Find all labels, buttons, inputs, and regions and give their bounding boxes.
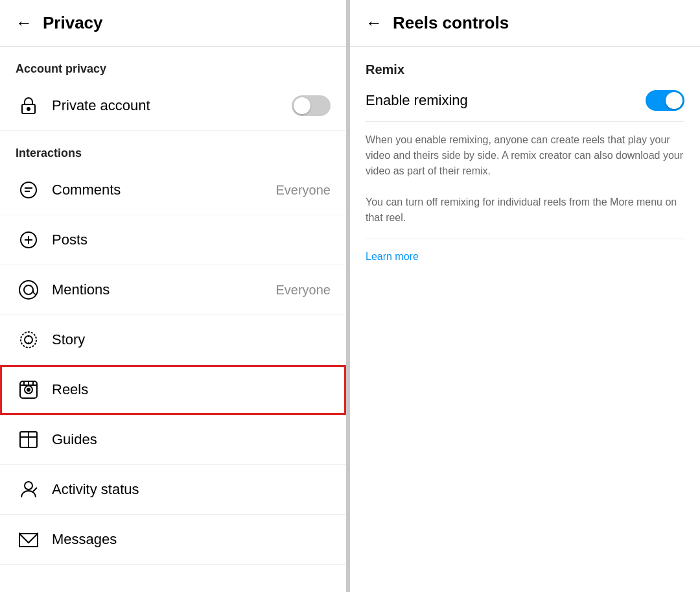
messages-label: Messages (52, 531, 331, 548)
remix-desc-1: When you enable remixing, anyone can cre… (366, 132, 684, 187)
mentions-label: Mentions (52, 281, 276, 298)
mentions-value: Everyone (276, 283, 331, 298)
svg-point-8 (21, 332, 36, 348)
svg-point-2 (21, 182, 36, 198)
activity-status-item[interactable]: Activity status (0, 465, 346, 515)
left-header: ← Privacy (0, 0, 346, 47)
back-button-right[interactable]: ← (366, 13, 382, 33)
mentions-icon (16, 277, 41, 303)
svg-line-23 (33, 488, 37, 491)
messages-icon (16, 527, 41, 552)
enable-remixing-label: Enable remixing (366, 92, 468, 109)
comments-item[interactable]: Comments Everyone (0, 165, 346, 215)
svg-point-7 (19, 281, 38, 299)
left-panel: ← Privacy Account privacy Private accoun… (0, 0, 350, 592)
enable-remixing-toggle[interactable] (646, 90, 684, 111)
story-item[interactable]: Story (0, 315, 346, 365)
svg-point-1 (27, 108, 30, 110)
guides-icon (16, 427, 41, 453)
activity-status-label: Activity status (52, 481, 331, 498)
remix-label: Remix (366, 62, 684, 77)
reels-item[interactable]: Reels (0, 365, 346, 415)
right-panel: ← Reels controls Remix Enable remixing W… (350, 0, 700, 592)
svg-marker-24 (19, 534, 38, 547)
story-label: Story (52, 331, 331, 348)
posts-label: Posts (52, 231, 331, 248)
activity-status-icon (16, 477, 41, 503)
guides-label: Guides (52, 431, 331, 448)
enable-remixing-row: Enable remixing (366, 90, 684, 122)
svg-point-14 (27, 388, 30, 391)
learn-more-link[interactable]: Learn more (366, 251, 684, 263)
account-privacy-label: Account privacy (0, 47, 346, 81)
mentions-item[interactable]: Mentions Everyone (0, 265, 346, 315)
svg-point-6 (24, 285, 33, 294)
story-icon (16, 327, 41, 353)
private-account-label: Private account (52, 97, 292, 114)
right-header: ← Reels controls (350, 0, 700, 47)
comments-icon (16, 177, 41, 203)
back-button-left[interactable]: ← (16, 13, 32, 33)
lock-icon (16, 93, 41, 119)
right-page-title: Reels controls (393, 13, 509, 33)
left-page-title: Privacy (43, 13, 103, 33)
messages-item[interactable]: Messages (0, 515, 346, 565)
remix-desc-2: You can turn off remixing for individual… (366, 195, 684, 239)
remix-section: Remix Enable remixing When you enable re… (350, 47, 700, 263)
comments-value: Everyone (276, 183, 331, 198)
posts-item[interactable]: Posts (0, 215, 346, 265)
reels-label: Reels (52, 381, 331, 398)
private-account-item[interactable]: Private account (0, 81, 346, 131)
private-account-toggle[interactable] (292, 95, 331, 116)
reels-icon (16, 377, 41, 403)
posts-icon (16, 227, 41, 253)
svg-point-22 (25, 482, 32, 490)
interactions-label: Interactions (0, 131, 346, 165)
guides-item[interactable]: Guides (0, 415, 346, 465)
comments-label: Comments (52, 182, 276, 198)
